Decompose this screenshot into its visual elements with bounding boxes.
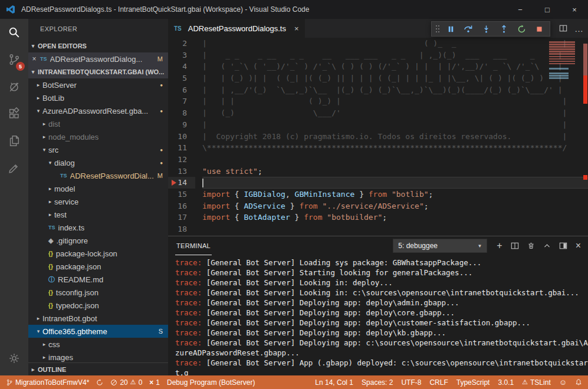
stop-button[interactable]	[530, 22, 548, 36]
line-number[interactable]: 3	[168, 50, 195, 61]
git-branch-indicator[interactable]: MigrationToBotFmwV4*	[6, 378, 89, 387]
tree-item-test[interactable]: ▸test	[28, 208, 168, 221]
code-line[interactable]: | (_) \___/' |	[202, 107, 588, 119]
code-line[interactable]: "use strict";	[202, 166, 588, 177]
line-number[interactable]: 6	[168, 84, 195, 96]
new-terminal-icon[interactable]: +	[497, 240, 502, 251]
code-line[interactable]: | ( )_ _ |	[202, 38, 588, 50]
open-editors-header[interactable]: ▾ OPEN EDITORS	[28, 39, 168, 52]
code-line[interactable]: | ( '_`\ ( '__)/'_` ) /'_`\ ( ) ( ) (/'_…	[202, 61, 588, 72]
debug-icon[interactable]	[0, 73, 28, 100]
tree-item-tsconfig-json[interactable]: {}tsconfig.json	[28, 286, 168, 299]
pause-button[interactable]	[442, 22, 459, 36]
line-number[interactable]: 16	[168, 200, 195, 212]
tree-item-src[interactable]: ▾src●	[28, 143, 168, 156]
code-line[interactable]	[202, 177, 588, 189]
line-number[interactable]: 5	[168, 72, 195, 84]
split-editor-icon[interactable]	[559, 24, 567, 32]
tree-item-intranetbot-gbot[interactable]: ▸IntranetBot.gbot	[28, 312, 168, 325]
close-button[interactable]: ×	[561, 0, 588, 19]
feedback-smiley-icon[interactable]: ☺	[559, 378, 567, 387]
code-editor[interactable]: 23456789101112131415161718 | ( )_ _ || _…	[168, 38, 588, 236]
line-number[interactable]: 10	[168, 131, 195, 143]
line-number[interactable]: 14	[168, 177, 195, 189]
code-line[interactable]: | | | ( )_) | |	[202, 95, 588, 107]
tree-item-model[interactable]: ▸model	[28, 182, 168, 195]
tree-item-package-lock-json[interactable]: {}package-lock.json	[28, 247, 168, 260]
cursor-position[interactable]: Ln 14, Col 1	[315, 378, 353, 387]
code-line[interactable]	[202, 154, 588, 166]
restart-button[interactable]	[513, 22, 530, 36]
minimap[interactable]	[547, 40, 580, 84]
line-number[interactable]: 7	[168, 95, 195, 107]
code-line[interactable]	[202, 223, 588, 235]
tree-item-service[interactable]: ▸service	[28, 195, 168, 208]
line-number[interactable]: 8	[168, 107, 195, 119]
code-line[interactable]: \***************************************…	[202, 142, 588, 154]
tree-item-css[interactable]: ▸css	[28, 338, 168, 351]
line-number[interactable]: 12	[168, 154, 195, 166]
line-number[interactable]: 9	[168, 119, 195, 131]
tree-item-botserver[interactable]: ▸BotServer●	[28, 78, 168, 91]
notifications-bell-icon[interactable]	[575, 378, 582, 386]
tree-item-dist[interactable]: ▸dist	[28, 117, 168, 130]
code-line[interactable]: import { BotAdapter } from "botbuilder";	[202, 212, 588, 223]
terminal-instance-select[interactable]: 5: debuggee ▼	[393, 239, 487, 253]
terminal-output[interactable]: trace: [General Bot Server] Loading sys …	[168, 255, 588, 375]
tree-item-typedoc-json[interactable]: {}typedoc.json	[28, 299, 168, 312]
tree-item-azureadpasswordreset-gba[interactable]: ▾AzureADPasswordReset.gba...●	[28, 104, 168, 117]
close-editor-icon[interactable]: ×	[28, 55, 40, 63]
line-number[interactable]: 13	[168, 166, 195, 177]
code-line[interactable]: | _ _ _ __ _ _ __ ___ ___ _ _ | ,_)(_) _…	[202, 50, 588, 61]
tree-item-package-json[interactable]: {}package.json	[28, 260, 168, 273]
tree-item-office365-gbtheme[interactable]: ▾Office365.gbthemeS	[28, 325, 168, 338]
tree-item-index-ts[interactable]: TSindex.ts	[28, 221, 168, 234]
code-line[interactable]: import { IGBDialog, GBMinInstance } from…	[202, 189, 588, 200]
eol-indicator[interactable]: CRLF	[429, 378, 448, 387]
code-area[interactable]: | ( )_ _ || _ _ _ __ _ _ __ ___ ___ _ _ …	[195, 38, 588, 236]
workspace-section-header[interactable]: ▾ INTRANETBOTQUICKSTART.GBAI (WO...	[28, 65, 168, 78]
tslint-indicator[interactable]: ⚠ TSLint	[522, 378, 551, 387]
language-mode[interactable]: TypeScript	[456, 378, 490, 387]
tree-item-readme-md[interactable]: ⓘREADME.md	[28, 273, 168, 286]
code-line[interactable]: | |	[202, 119, 588, 131]
close-tab-icon[interactable]: ×	[294, 24, 299, 33]
files-icon[interactable]	[0, 127, 28, 154]
source-control-icon[interactable]: 5	[0, 46, 28, 73]
tree-item-botlib[interactable]: ▸BotLib	[28, 91, 168, 104]
edit-tools-icon[interactable]	[0, 154, 28, 182]
tree-item-adresetpassworddial[interactable]: TSADResetPasswordDial...M	[28, 169, 168, 182]
indentation-indicator[interactable]: Spaces: 2	[362, 378, 393, 387]
line-number[interactable]: 15	[168, 189, 195, 200]
tree-item-images[interactable]: ▸images	[28, 351, 168, 362]
code-line[interactable]: import { ADService } from "../service/AD…	[202, 200, 588, 212]
tab-adresetpassworddialogs[interactable]: TS ADResetPasswordDialogs.ts ×	[168, 19, 305, 38]
maximize-button[interactable]: □	[534, 0, 561, 19]
problems-indicator[interactable]: 20 ⚠ 0	[110, 378, 142, 387]
code-line[interactable]: | Copyright 2018 (c) pragmatismo.io. Tod…	[202, 131, 588, 143]
search-icon[interactable]	[0, 19, 28, 46]
step-over-button[interactable]	[459, 22, 477, 36]
typescript-version[interactable]: 3.0.1	[498, 378, 514, 387]
tree-item-gitignore[interactable]: ◈.gitignore	[28, 234, 168, 247]
drag-handle-icon[interactable]	[433, 22, 442, 36]
sync-button[interactable]	[96, 379, 103, 386]
tree-item-node-modules[interactable]: ▸node_modules	[28, 130, 168, 143]
split-terminal-icon[interactable]	[511, 242, 519, 250]
kill-terminal-trash-icon[interactable]	[527, 242, 535, 250]
line-number[interactable]: 18	[168, 223, 195, 235]
more-actions-icon[interactable]: …	[574, 24, 583, 34]
code-line[interactable]: | | ,__/'(_) `\__,_)`\__ |(_) (_) (_)`\_…	[202, 84, 588, 96]
line-number[interactable]: 11	[168, 142, 195, 154]
terminal-tab[interactable]: TERMINAL	[175, 236, 212, 255]
line-number[interactable]: 17	[168, 212, 195, 223]
open-editor-item[interactable]: × TS ADResetPasswordDialog... M	[28, 52, 168, 65]
close-panel-icon[interactable]: ×	[576, 240, 581, 251]
settings-gear-icon[interactable]	[0, 345, 28, 372]
extra-counter[interactable]: × 1	[149, 378, 160, 387]
minimize-button[interactable]: −	[507, 0, 534, 19]
step-out-button[interactable]	[495, 22, 513, 36]
outline-section-header[interactable]: ▸ OUTLINE	[28, 362, 168, 375]
toggle-panel-position-icon[interactable]	[559, 242, 567, 250]
step-into-button[interactable]	[477, 22, 495, 36]
